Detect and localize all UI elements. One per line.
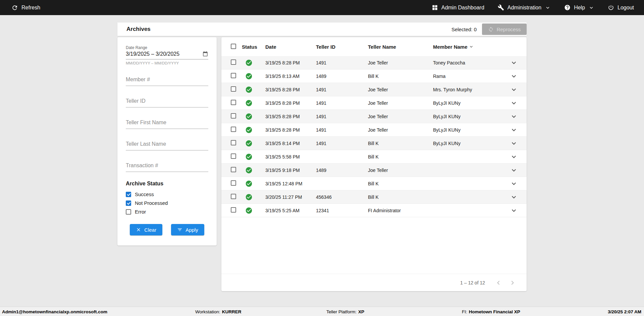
column-header-status[interactable]: Status: [240, 44, 263, 50]
expand-row-icon[interactable]: [510, 99, 518, 107]
select-all-checkbox[interactable]: [231, 44, 236, 49]
teller-last-name-input[interactable]: [126, 138, 208, 150]
status-filter-label: Success: [135, 191, 154, 197]
refresh-button[interactable]: Refresh: [11, 4, 40, 11]
column-header-member-name[interactable]: Member Name: [431, 44, 501, 50]
expand-row-icon[interactable]: [510, 59, 518, 67]
help-icon: [564, 4, 571, 11]
table-row: 3/19/25 9:18 PM 1489 Joe Teller: [221, 164, 527, 177]
expand-row-icon[interactable]: [510, 180, 518, 188]
column-header-teller-id[interactable]: Teller ID: [314, 44, 366, 50]
status-filter-checkbox[interactable]: [126, 192, 131, 197]
teller-name-cell: Bill K: [366, 141, 431, 146]
table-row: 3/19/25 8:28 PM 1491 Joe Teller Mrs. Tyr…: [221, 83, 527, 96]
teller-name-cell: Bill K: [366, 74, 431, 79]
table-row: 3/19/25 12:48 PM Bill K: [221, 177, 527, 190]
sort-descending-icon: [469, 44, 474, 49]
archive-status-option[interactable]: Error: [126, 209, 208, 215]
row-checkbox[interactable]: [231, 59, 236, 65]
expand-row-icon[interactable]: [510, 72, 518, 80]
row-checkbox[interactable]: [231, 100, 236, 105]
transaction-number-input[interactable]: [126, 159, 208, 172]
row-checkbox[interactable]: [231, 127, 236, 132]
teller-id-cell: 1491: [314, 60, 366, 65]
expand-row-icon[interactable]: [510, 207, 518, 215]
status-filter-checkbox[interactable]: [126, 200, 131, 206]
apply-button[interactable]: Apply: [171, 224, 204, 235]
member-name-cell: ByLyJI KUNy: [431, 114, 501, 119]
date-cell: 3/19/25 8:28 PM: [263, 100, 314, 106]
date-cell: 3/19/25 8:28 PM: [263, 60, 314, 65]
expand-row-icon[interactable]: [510, 86, 518, 94]
row-checkbox[interactable]: [231, 167, 236, 172]
teller-name-cell: Joe Teller: [366, 127, 431, 133]
administration-menu[interactable]: Administration: [498, 4, 551, 11]
row-checkbox[interactable]: [231, 86, 236, 92]
help-label: Help: [574, 5, 585, 11]
date-cell: 3/19/25 9:18 PM: [263, 168, 314, 173]
row-checkbox[interactable]: [231, 207, 236, 213]
success-status-icon: [245, 59, 263, 66]
archive-status-options: Success Not Processed Error: [126, 191, 208, 215]
table-row: 3/19/25 8:28 PM 1491 Joe Teller ByLyJI K…: [221, 96, 527, 110]
status-filter-checkbox[interactable]: [126, 209, 131, 215]
row-checkbox[interactable]: [231, 153, 236, 159]
teller-name-cell: Joe Teller: [366, 168, 431, 173]
teller-id-cell: 1491: [314, 114, 366, 119]
clear-button[interactable]: Clear: [130, 224, 162, 235]
table-row: 3/19/25 8:14 PM 1491 Bill K ByLyJI KUNy: [221, 137, 527, 150]
admin-dashboard-button[interactable]: Admin Dashboard: [432, 4, 484, 11]
column-header-teller-name[interactable]: Teller Name: [366, 44, 431, 50]
reprocess-button[interactable]: Reprocess: [482, 24, 527, 35]
row-checkbox[interactable]: [231, 73, 236, 78]
success-status-icon: [245, 180, 263, 187]
date-cell: 3/19/25 5:25 AM: [263, 208, 314, 213]
expand-row-icon[interactable]: [510, 153, 518, 161]
teller-name-cell: Bill K: [366, 154, 431, 160]
row-checkbox[interactable]: [231, 194, 236, 199]
success-status-icon: [245, 126, 263, 134]
status-bar: Admin1@hometownfinancialxp.onmicrosoft.c…: [0, 307, 644, 316]
expand-row-icon[interactable]: [510, 112, 518, 121]
archive-status-option[interactable]: Success: [126, 191, 208, 197]
row-checkbox[interactable]: [231, 113, 236, 119]
row-checkbox[interactable]: [231, 140, 236, 145]
table-header-row: Status Date Teller ID Teller Name Member…: [221, 37, 527, 56]
column-header-date[interactable]: Date: [263, 44, 314, 50]
teller-name-cell: Joe Teller: [366, 87, 431, 92]
expand-row-icon[interactable]: [510, 126, 518, 134]
row-checkbox[interactable]: [231, 180, 236, 186]
teller-first-name-input[interactable]: [126, 116, 208, 129]
date-cell: 3/19/25 12:48 PM: [263, 181, 314, 186]
calendar-icon[interactable]: [202, 51, 208, 57]
date-range-input[interactable]: [126, 51, 202, 57]
date-cell: 3/19/25 5:58 PM: [263, 154, 314, 160]
date-range-field: Date Range MM/DD/YYYY – MM/DD/YYYY: [126, 45, 208, 65]
teller-id-cell: 1489: [314, 74, 366, 79]
next-page-icon[interactable]: [508, 279, 517, 287]
financial-institution-info: FI: Hometown Financial XP: [462, 309, 520, 314]
date-cell: 3/19/25 8:28 PM: [263, 87, 314, 92]
archive-status-option[interactable]: Not Processed: [126, 200, 208, 206]
teller-id-cell: 456346: [314, 194, 366, 200]
member-number-input[interactable]: [126, 73, 208, 86]
expand-row-icon[interactable]: [510, 166, 518, 174]
member-name-cell: Mrs. Tyron Murphy: [431, 87, 501, 92]
logout-button[interactable]: Logout: [608, 4, 634, 11]
table-row: 3/20/25 11:27 PM 456346 Bill K: [221, 190, 527, 204]
help-menu[interactable]: Help: [564, 4, 594, 11]
selected-count: Selected: 0: [451, 27, 477, 32]
table-body: 3/19/25 8:28 PM 1491 Joe Teller Toney Pa…: [221, 56, 527, 217]
teller-platform-info: Teller Platform: XP: [326, 309, 364, 314]
expand-row-icon[interactable]: [510, 139, 518, 147]
expand-row-icon[interactable]: [510, 193, 518, 201]
paginator: 1 – 12 of 12: [221, 274, 527, 291]
teller-name-cell: Joe Teller: [366, 60, 431, 65]
date-cell: 3/20/25 11:27 PM: [263, 194, 314, 200]
teller-id-input[interactable]: [126, 95, 208, 107]
archives-table-card: Status Date Teller ID Teller Name Member…: [221, 37, 527, 291]
member-name-cell: Rama: [431, 74, 501, 79]
previous-page-icon[interactable]: [494, 279, 502, 287]
administration-label: Administration: [507, 5, 541, 11]
page-header-bar: Archives Selected: 0 Reprocess: [117, 22, 527, 36]
